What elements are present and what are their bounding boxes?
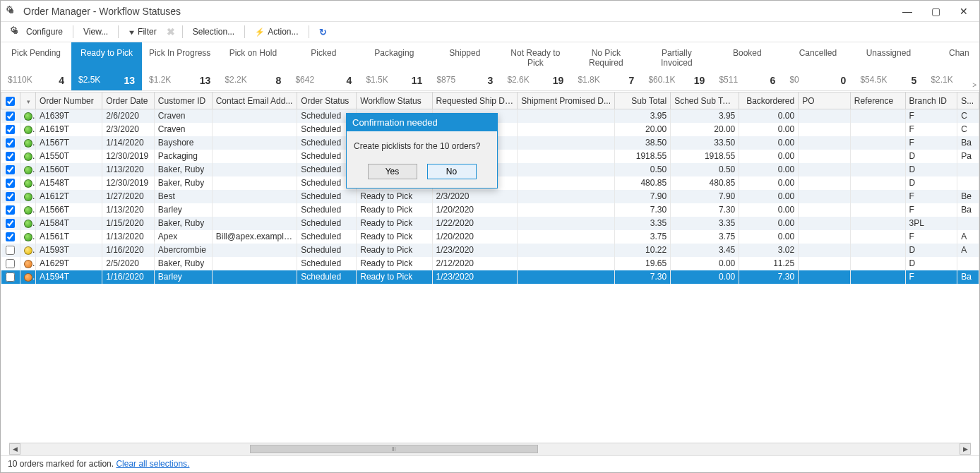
clear-filter-button[interactable]: ✖ <box>165 26 177 37</box>
tab-label: Pick In Progress <box>149 48 210 69</box>
scroll-right-button[interactable]: ▶ <box>960 443 971 455</box>
no-button[interactable]: No <box>427 164 477 179</box>
col-po[interactable]: PO <box>799 92 851 109</box>
cell-contact-email <box>212 123 297 136</box>
workflow-status-tabs: Pick Pending$110K4Ready to Pick$2.5K13Pi… <box>1 42 979 91</box>
tab-amount: $0 <box>789 75 799 86</box>
col-backordered[interactable]: Backordered <box>739 92 799 109</box>
cell-sub-total: 3.95 <box>615 109 671 123</box>
col-contact-email[interactable]: Contact Email Add... <box>212 92 297 109</box>
tab-booked[interactable]: Booked$5116 <box>712 42 782 90</box>
funnel-icon <box>129 27 135 37</box>
status-dot-icon <box>24 193 32 201</box>
scroll-left-button[interactable]: ◀ <box>9 443 20 455</box>
tab-packaging[interactable]: Packaging$1.5K11 <box>359 42 429 90</box>
row-checkbox[interactable] <box>6 165 15 174</box>
tab-partially-invoiced[interactable]: PartiallyInvoiced$60.1K19 <box>641 42 712 90</box>
row-checkbox[interactable] <box>6 179 15 188</box>
col-order-date[interactable]: Order Date <box>102 92 155 109</box>
tab-shipped[interactable]: Shipped$8753 <box>429 42 500 90</box>
col-last[interactable]: S... <box>957 92 979 109</box>
minimize-button[interactable]: — <box>897 6 917 17</box>
col-sched-sub-total[interactable]: Sched Sub Total <box>671 92 739 109</box>
row-checkbox[interactable] <box>6 246 15 255</box>
row-checkbox[interactable] <box>6 259 15 268</box>
separator <box>182 25 183 38</box>
refresh-button[interactable] <box>315 25 331 39</box>
row-checkbox[interactable] <box>6 138 15 148</box>
cell-branch-id: D <box>905 163 957 176</box>
cell-workflow-status: Ready to Pick <box>357 190 432 203</box>
row-checkbox[interactable] <box>6 219 15 228</box>
tab-unassigned[interactable]: Unassigned$54.5K5 <box>853 42 924 90</box>
col-sub-total[interactable]: Sub Total <box>615 92 671 109</box>
close-button[interactable]: ✕ <box>954 6 974 17</box>
col-status-dot[interactable] <box>20 92 36 109</box>
cell-po <box>799 217 851 230</box>
row-checkbox[interactable] <box>6 192 15 201</box>
tab-count: 6 <box>770 75 776 86</box>
tabs-overflow-icon[interactable]: > <box>972 81 976 89</box>
table-row[interactable]: A1612T1/27/2020BestScheduledReady to Pic… <box>1 190 979 203</box>
clear-selections-link[interactable]: Clear all selections. <box>116 459 189 469</box>
col-order-status[interactable]: Order Status <box>297 92 357 109</box>
tab-picked[interactable]: Picked$6424 <box>288 42 359 90</box>
tab-amount: $2.1K <box>931 75 952 85</box>
tab-pick-in-progress[interactable]: Pick In Progress$1.2K13 <box>142 42 217 90</box>
tab-not-ready-to-pick[interactable]: Not Ready toPick$2.6K19 <box>500 42 570 90</box>
col-customer-id[interactable]: Customer ID <box>154 92 212 109</box>
tab-chan[interactable]: Chan$2.1K <box>924 42 979 90</box>
cell-branch-id: D <box>905 244 957 257</box>
yes-button[interactable]: Yes <box>368 164 417 179</box>
table-row[interactable]: A1593T1/16/2020AbercrombieScheduledReady… <box>1 244 979 257</box>
tab-pick-on-hold[interactable]: Pick on Hold$2.2K8 <box>217 42 288 90</box>
cell-contact-email <box>212 257 297 270</box>
table-row[interactable]: A1584T1/15/2020Baker, RubyScheduledReady… <box>1 217 979 230</box>
cell-order-date: 12/30/2019 <box>102 150 155 163</box>
status-dot-icon <box>24 206 32 215</box>
horizontal-scrollbar[interactable]: ◀ ▶ <box>9 443 971 455</box>
maximize-button[interactable]: ▢ <box>926 6 945 17</box>
table-row[interactable]: A1629T2/5/2020Baker, RubyScheduledReady … <box>1 257 979 270</box>
row-checkbox[interactable] <box>6 152 15 161</box>
cell-sched-sub-total: 0.50 <box>671 163 739 176</box>
col-requested-ship[interactable]: Requested Ship Date <box>432 92 518 109</box>
col-workflow-status[interactable]: Workflow Status <box>357 92 432 109</box>
selection-button[interactable]: Selection... <box>189 25 239 38</box>
col-checkbox[interactable] <box>1 92 20 109</box>
row-checkbox[interactable] <box>6 125 15 134</box>
configure-button[interactable]: Configure <box>6 25 67 38</box>
table-row[interactable]: A1594T1/16/2020BarleyScheduledReady to P… <box>1 270 979 284</box>
cell-requested-ship: 2/12/2020 <box>432 257 518 270</box>
tab-no-pick-required[interactable]: No PickRequired$1.8K7 <box>570 42 641 90</box>
col-promised[interactable]: Shipment Promised D... <box>518 92 615 109</box>
row-checkbox[interactable] <box>6 112 15 121</box>
col-order-number[interactable]: Order Number <box>36 92 102 109</box>
action-button[interactable]: Action... <box>251 25 302 38</box>
status-dot-icon <box>24 246 32 255</box>
scroll-thumb[interactable] <box>250 445 539 453</box>
status-dot-icon <box>24 273 32 282</box>
table-row[interactable]: A1561T1/13/2020ApexBill@apex.example....… <box>1 230 979 244</box>
table-row[interactable]: A1566T1/13/2020BarleyScheduledReady to P… <box>1 203 979 217</box>
cell-backordered: 0.00 <box>739 176 799 190</box>
tab-ready-to-pick[interactable]: Ready to Pick$2.5K13 <box>71 42 142 90</box>
tab-count: 4 <box>347 75 352 86</box>
view-button[interactable]: View... <box>79 25 112 38</box>
select-all-checkbox[interactable] <box>6 97 15 106</box>
cell-reference <box>850 190 905 203</box>
tab-cancelled[interactable]: Cancelled$00 <box>782 42 853 90</box>
row-checkbox[interactable] <box>6 205 15 215</box>
filter-button[interactable]: Filter <box>124 25 161 38</box>
row-checkbox[interactable] <box>6 232 15 241</box>
tab-label: PartiallyInvoiced <box>648 48 705 69</box>
cell-order-status: Scheduled <box>297 257 357 270</box>
tab-amount: $2.5K <box>78 75 100 86</box>
row-checkbox[interactable] <box>6 273 15 282</box>
col-branch-id[interactable]: Branch ID <box>905 92 957 109</box>
cell-order-status: Scheduled <box>297 270 357 284</box>
tab-count: 13 <box>124 75 135 86</box>
cell-contact-email <box>212 244 297 257</box>
col-reference[interactable]: Reference <box>850 92 905 109</box>
tab-pick-pending[interactable]: Pick Pending$110K4 <box>1 42 71 90</box>
